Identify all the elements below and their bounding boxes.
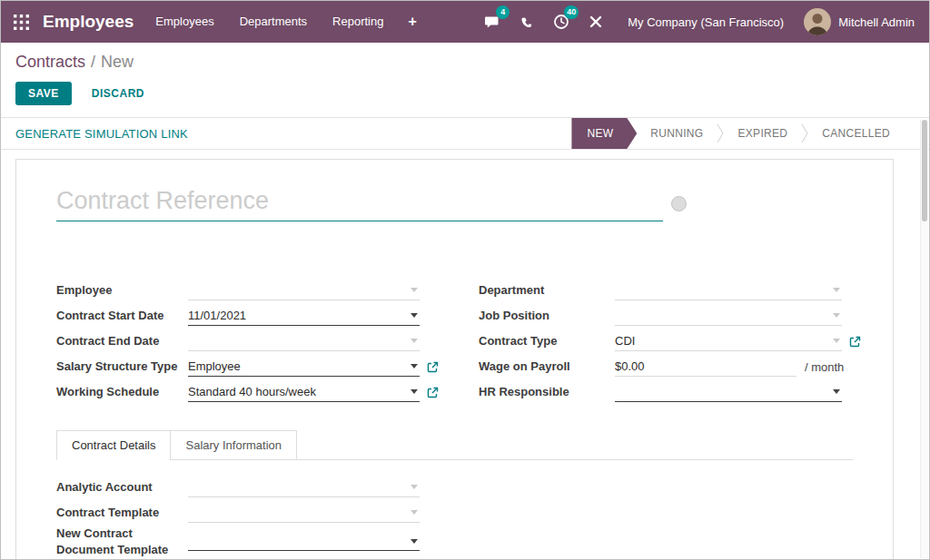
user-name: Mitchell Admin bbox=[838, 15, 915, 29]
breadcrumb-contracts[interactable]: Contracts bbox=[15, 53, 85, 71]
contract-reference-input[interactable] bbox=[56, 185, 663, 221]
field-label: Wage on Payroll bbox=[479, 359, 615, 375]
external-link-icon[interactable] bbox=[427, 387, 439, 398]
field-contract-template: Contract Template bbox=[56, 500, 853, 526]
generate-simulation-link-button[interactable]: GENERATE SIMULATION LINK bbox=[15, 127, 188, 141]
status-new[interactable]: NEW bbox=[571, 118, 637, 149]
scrollbar[interactable] bbox=[920, 120, 928, 558]
top-menu: Employees Departments Reporting + bbox=[143, 1, 428, 43]
dropdown-caret-icon bbox=[411, 485, 418, 489]
statusbar: GENERATE SIMULATION LINK NEW RUNNING EXP… bbox=[1, 118, 929, 150]
avatar bbox=[804, 8, 831, 35]
dropdown-caret-icon bbox=[411, 288, 418, 292]
field-column-right: Department Job Position Contract Type bbox=[479, 278, 861, 405]
status-running[interactable]: RUNNING bbox=[637, 118, 717, 149]
analytic-account-input[interactable] bbox=[188, 478, 420, 497]
job-position-input[interactable] bbox=[615, 307, 842, 326]
messages-button[interactable]: 4 bbox=[475, 1, 510, 43]
department-input[interactable] bbox=[615, 281, 842, 300]
phone-button[interactable] bbox=[510, 1, 544, 43]
wage-unit-suffix: / month bbox=[805, 360, 844, 374]
form-action-buttons: SAVE DISCARD bbox=[15, 82, 915, 105]
field-working-schedule: Working Schedule Standard 40 hours/week bbox=[56, 379, 439, 405]
field-department: Department bbox=[479, 278, 861, 303]
tools-button[interactable] bbox=[579, 1, 613, 43]
external-link-icon[interactable] bbox=[427, 361, 439, 373]
field-wage-on-payroll: Wage on Payroll $0.00 / month bbox=[479, 354, 861, 379]
field-job-position: Job Position bbox=[479, 303, 861, 329]
breadcrumb-separator: / bbox=[91, 53, 95, 71]
field-label: Contract Start Date bbox=[56, 308, 188, 324]
field-label: Analytic Account bbox=[56, 479, 188, 496]
field-label: Contract Type bbox=[479, 333, 615, 349]
menu-reporting[interactable]: Reporting bbox=[320, 1, 396, 43]
field-label: Job Position bbox=[479, 308, 615, 324]
field-employee: Employee bbox=[56, 278, 439, 303]
field-hr-responsible: HR Responsible bbox=[479, 379, 861, 405]
user-menu[interactable]: Mitchell Admin bbox=[798, 8, 920, 35]
notebook-tabs: Contract Details Salary Information bbox=[56, 430, 853, 460]
plus-icon[interactable]: + bbox=[396, 1, 428, 43]
field-analytic-account: Analytic Account bbox=[56, 475, 853, 500]
dropdown-caret-icon bbox=[411, 339, 418, 343]
topbar: Employees Employees Departments Reportin… bbox=[1, 1, 929, 43]
systray: 4 40 bbox=[475, 1, 920, 43]
control-panel: Contracts/New SAVE DISCARD GENERATE SIMU… bbox=[1, 43, 929, 150]
breadcrumb-current: New bbox=[101, 53, 134, 71]
field-contract-start-date: Contract Start Date 11/01/2021 bbox=[56, 303, 439, 329]
external-link-icon[interactable] bbox=[849, 336, 861, 348]
tools-icon bbox=[589, 15, 603, 29]
field-label: New Contract Document Template bbox=[56, 526, 188, 557]
status-expired[interactable]: EXPIRED bbox=[724, 118, 801, 149]
tab-salary-information[interactable]: Salary Information bbox=[170, 430, 297, 460]
chevron-separator-icon bbox=[717, 118, 724, 149]
contract-end-date-input[interactable] bbox=[188, 332, 420, 351]
field-label: Employee bbox=[56, 282, 188, 299]
field-label: Contract Template bbox=[56, 505, 188, 521]
activities-button[interactable]: 40 bbox=[544, 1, 579, 43]
form-sheet: Employee Contract Start Date 11/01/2021 … bbox=[15, 159, 894, 560]
activities-badge: 40 bbox=[564, 5, 579, 19]
apps-menu-icon[interactable] bbox=[1, 1, 41, 43]
status-cancelled[interactable]: CANCELLED bbox=[808, 118, 904, 149]
hr-responsible-input[interactable] bbox=[615, 383, 842, 402]
contract-type-input[interactable]: CDI bbox=[615, 331, 842, 351]
kanban-state-icon[interactable] bbox=[671, 196, 687, 211]
dropdown-caret-icon bbox=[411, 389, 418, 394]
field-label: Working Schedule bbox=[56, 384, 188, 400]
field-value: 11/01/2021 bbox=[188, 309, 246, 322]
tab-content-contract-details: Analytic Account Contract Template New C… bbox=[56, 460, 853, 557]
dropdown-caret-icon bbox=[833, 339, 840, 343]
dropdown-caret-icon bbox=[833, 288, 840, 292]
new-contract-document-template-input[interactable] bbox=[188, 532, 420, 551]
field-value: Standard 40 hours/week bbox=[188, 385, 316, 398]
dropdown-caret-icon bbox=[411, 510, 418, 515]
field-label: Salary Structure Type bbox=[56, 359, 188, 375]
contract-start-date-input[interactable]: 11/01/2021 bbox=[188, 306, 420, 326]
dropdown-caret-icon bbox=[411, 313, 418, 318]
menu-departments[interactable]: Departments bbox=[227, 1, 320, 43]
employee-input[interactable] bbox=[188, 281, 420, 300]
field-value: CDI bbox=[615, 334, 635, 348]
discard-button[interactable]: DISCARD bbox=[90, 82, 146, 105]
menu-employees[interactable]: Employees bbox=[143, 1, 226, 43]
field-contract-end-date: Contract End Date bbox=[56, 329, 439, 354]
field-column-left: Employee Contract Start Date 11/01/2021 … bbox=[56, 278, 439, 405]
field-label: HR Responsible bbox=[479, 384, 615, 400]
scrollbar-thumb[interactable] bbox=[922, 120, 927, 221]
dropdown-caret-icon bbox=[411, 539, 418, 544]
contract-template-input[interactable] bbox=[188, 504, 420, 523]
field-contract-type: Contract Type CDI bbox=[479, 329, 861, 354]
tab-contract-details[interactable]: Contract Details bbox=[56, 430, 171, 460]
wage-on-payroll-input[interactable]: $0.00 bbox=[615, 357, 796, 377]
company-switcher[interactable]: My Company (San Francisco) bbox=[613, 15, 798, 29]
working-schedule-input[interactable]: Standard 40 hours/week bbox=[188, 382, 420, 402]
dropdown-caret-icon bbox=[411, 364, 418, 368]
field-new-contract-document-template: New Contract Document Template bbox=[56, 526, 853, 557]
field-label: Department bbox=[479, 282, 615, 299]
salary-structure-type-input[interactable]: Employee bbox=[188, 357, 420, 377]
breadcrumb: Contracts/New bbox=[15, 53, 915, 72]
save-button[interactable]: SAVE bbox=[15, 82, 72, 105]
field-value: $0.00 bbox=[615, 359, 645, 373]
app-title[interactable]: Employees bbox=[43, 12, 134, 32]
